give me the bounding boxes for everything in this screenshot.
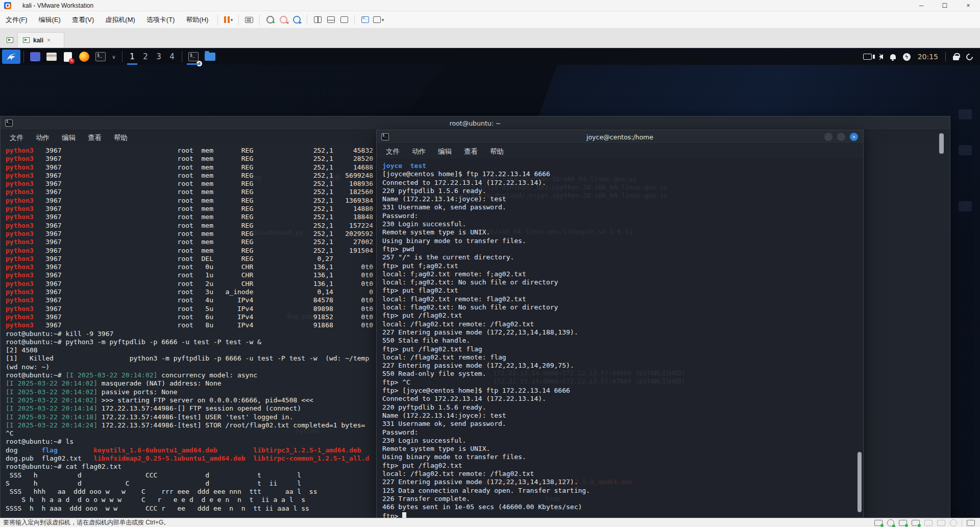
maximize-button[interactable]: ☐ [933,0,957,11]
system-tray: ϟ 20:15 [863,52,980,61]
taskbar-file-manager-window[interactable] [203,51,216,63]
kali-dragon-icon [5,51,17,63]
thumbnail-view-icon[interactable] [337,14,351,26]
status-separator [962,519,962,526]
tab-kali[interactable]: kali × [17,32,64,47]
menu-help[interactable]: 帮助 [490,147,504,156]
ghost-text: 656544 /usr/lib/python3.8/lib-dynload/_b… [387,183,667,191]
workspace-3[interactable]: 3 [152,49,165,65]
window-switcher-icon[interactable] [29,51,42,63]
left-terminal-titlebar[interactable]: $_ root@ubuntu: ~ [1,116,950,130]
terminal-dropdown-icon[interactable]: ∨ [110,51,117,63]
status-hint-text: 要将输入定向到该虚拟机，请在虚拟机内部单击或按 Ctrl+G。 [3,518,169,527]
text-editor-icon[interactable] [61,51,75,63]
menu-view[interactable]: 查看(V) [66,11,100,28]
split-vertical-icon[interactable] [311,14,324,26]
menu-vm[interactable]: 虚拟机(M) [100,11,141,28]
menu-file[interactable]: 文件(F) [0,11,33,28]
workspace-4[interactable]: 4 [165,49,179,65]
panel-separator [122,51,122,62]
terminal-line: 220 pyftpdlib 1.5.6 ready. [382,403,863,412]
power-manager-icon[interactable]: ϟ [903,53,911,61]
ghost-text: system [296,427,318,435]
maximize-circle-button[interactable] [837,133,845,141]
ghost-text: 172.22.13.14:6666→172.22.13.57:47889 (ES… [493,377,685,386]
terminal-line: ftp> [382,511,863,518]
split-horizontal-icon[interactable] [324,14,337,26]
firefox-icon[interactable] [78,51,91,63]
message-log-icon[interactable] [967,520,975,526]
cd-rom-icon[interactable] [887,519,894,526]
snapshot-revert-icon[interactable] [277,14,290,26]
snapshot-take-icon[interactable] [263,14,277,26]
terminal-line: 550 Stale file handle. [382,337,863,345]
right-terminal-output[interactable]: -8/lib-dynload/_lzma.cpython-38-x86_64-l… [377,159,863,518]
menu-help[interactable]: 帮助 [114,133,128,142]
workspace-2[interactable]: 2 [139,49,152,65]
display-icon[interactable] [863,54,872,60]
logout-icon[interactable] [965,52,974,61]
network-adapter-icon[interactable] [899,520,907,526]
terminal-window-joyce-centos[interactable]: $_ joyce@centos:/home × 文件 动作 编辑 查看 帮助 -… [376,130,864,518]
terminal-line: local: flag02.txt remote: flag02.txt [382,295,863,303]
close-button[interactable]: × [957,0,980,11]
terminal-line: Password: [382,428,863,437]
terminal-icon: $_ [381,133,389,140]
terminal-line: 125 Data connection already open. Transf… [382,487,863,495]
usb-device-icon[interactable] [924,520,933,526]
menu-edit[interactable]: 编辑 [438,147,452,156]
vmware-window-title: kali - VMware Workstation [22,2,93,9]
right-terminal-window-buttons: × [824,133,863,141]
snapshot-manager-icon[interactable] [290,14,303,26]
tab-close-icon[interactable]: × [47,37,51,44]
close-circle-button[interactable]: × [850,133,858,141]
pause-button[interactable]: ▾ [222,14,235,26]
right-terminal-titlebar[interactable]: $_ joyce@centos:/home × [377,130,863,144]
toolbar-separator [307,15,307,25]
menu-file[interactable]: 文件 [386,147,400,156]
notifications-icon[interactable] [890,54,896,59]
workspace-1[interactable]: 1 [126,49,139,65]
menu-edit[interactable]: 编辑(E) [33,11,66,28]
lock-screen-icon[interactable] [953,56,959,60]
sound-icon[interactable] [912,520,920,526]
usb-device-icon[interactable] [937,520,945,526]
hard-disk-icon[interactable] [874,520,883,526]
terminal-line: local: /flag02.txt remote: /flag02.txt [382,320,863,328]
menu-view[interactable]: 查看 [88,133,102,142]
console-view-icon[interactable] [358,14,372,26]
terminal-line: 226 Transfer complete. [382,495,863,503]
terminal-line: 257 "/" is the current directory. [382,253,863,261]
terminal-launcher-icon[interactable]: $_ [94,51,107,63]
library-icon[interactable] [2,32,17,47]
terminal-line: 227 Entering passive mode (172,22,13,14,… [382,328,863,337]
vmware-menubar: 文件(F) 编辑(E) 查看(V) 虚拟机(M) 选项卡(T) 帮助(H) ▾ … [0,11,980,29]
clock[interactable]: 20:15 [918,53,938,61]
menu-tabs[interactable]: 选项卡(T) [141,11,181,28]
kali-menu-button[interactable] [2,50,20,64]
minimize-button[interactable]: ─ [910,0,933,11]
menu-file[interactable]: 文件 [10,133,23,142]
minimize-circle-button[interactable] [824,133,832,141]
menu-actions[interactable]: 动作 [36,133,50,142]
volume-icon[interactable] [879,54,883,59]
fullscreen-icon[interactable]: ▾ [372,14,385,26]
file-manager-icon[interactable] [45,51,58,63]
right-terminal-menubar: 文件 动作 编辑 查看 帮助 [377,144,863,159]
panel-separator [23,51,24,62]
left-terminal-scrollbar[interactable] [939,133,944,154]
toolbar-separator [238,15,239,25]
toolbar-separator [217,15,218,25]
menu-view[interactable]: 查看 [464,147,478,156]
vmware-statusbar: 要将输入定向到该虚拟机，请在虚拟机内部单击或按 Ctrl+G。 [0,518,980,527]
taskbar-terminal-window[interactable]: $_ 3 [187,49,200,65]
menu-actions[interactable]: 动作 [412,147,426,156]
ghost-text: /usr/lib/python3.8/lib-dynload/_crypt.cp… [406,191,668,200]
record-icon[interactable] [950,519,957,526]
menu-help[interactable]: 帮助(H) [180,11,214,28]
send-ctrl-alt-del-icon[interactable] [242,14,256,26]
menu-edit[interactable]: 编辑 [62,133,76,142]
terminal-line: local: f;ag02.txt: No such file or direc… [382,278,863,286]
right-terminal-scrollbar[interactable] [857,452,862,512]
terminal-line: Password: [382,212,863,220]
